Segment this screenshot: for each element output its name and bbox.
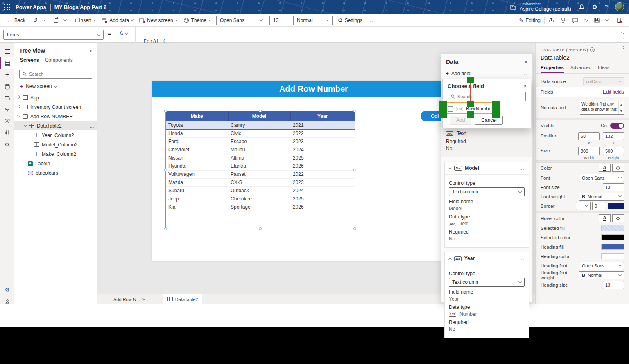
no-data-text-input[interactable]: We didn't find any data to show at this … xyxy=(580,101,624,115)
tree-item-year-column2[interactable]: Year_Column2 xyxy=(14,130,97,140)
save-menu-button[interactable] xyxy=(603,14,611,27)
spin-down-icon[interactable]: ▼ xyxy=(620,110,623,112)
table-row[interactable]: NissanAltima2025 xyxy=(166,154,355,162)
back-button[interactable]: ← Back xyxy=(4,14,28,27)
collapse-chevron-icon[interactable] xyxy=(24,124,27,127)
selected-fill-swatch[interactable] xyxy=(601,225,624,231)
insert-rail-button[interactable]: + xyxy=(0,69,14,81)
heading-size-input[interactable]: 13 xyxy=(603,281,624,289)
tree-item-model-column2[interactable]: Model_Column2 xyxy=(14,140,97,149)
font-weight-dropdown[interactable]: B Normal xyxy=(579,193,624,201)
expand-chevron-icon[interactable] xyxy=(17,95,20,99)
size-height-input[interactable]: 500 xyxy=(603,147,624,155)
tab-properties[interactable]: Properties xyxy=(541,65,564,73)
add-data-button[interactable]: Add data xyxy=(99,14,136,27)
field-card-header[interactable]: Abc Model … xyxy=(445,162,529,175)
heading-font-weight-dropdown[interactable]: B Normal xyxy=(579,271,624,279)
more-commands-button[interactable]: … xyxy=(365,14,376,27)
resize-handle[interactable] xyxy=(164,227,167,230)
comments-button[interactable] xyxy=(569,14,581,27)
table-row[interactable]: KiaSportage2026 xyxy=(166,203,355,211)
power-automate-rail-button[interactable] xyxy=(0,104,14,115)
screen-artboard[interactable]: Add Row Number Make Model Year ToyotaCam… xyxy=(152,81,475,261)
resize-handle[interactable] xyxy=(259,227,262,230)
item-more-icon[interactable]: … xyxy=(89,123,95,129)
fx-button[interactable]: fx xyxy=(120,30,128,37)
settings-gear-icon[interactable]: ⚙ xyxy=(592,4,597,10)
edit-fields-link[interactable]: Edit fields xyxy=(603,89,624,95)
font-size-input[interactable]: 13 xyxy=(603,183,624,191)
fill-color-button[interactable] xyxy=(612,164,624,172)
tree-item-datatable2[interactable]: DataTable2 … xyxy=(14,121,97,130)
tree-view-rail-button[interactable] xyxy=(0,57,14,69)
tree-search-input[interactable] xyxy=(29,72,86,76)
table-row[interactable]: SubaruOutback2024 xyxy=(166,186,355,195)
tree-item-inventory-screen[interactable]: Inventory Count screen xyxy=(14,102,97,112)
resize-handle[interactable] xyxy=(353,110,356,112)
resize-handle[interactable] xyxy=(353,169,356,171)
insert-button[interactable]: + Insert xyxy=(71,14,99,27)
card-more-icon[interactable]: … xyxy=(519,256,525,261)
control-type-dropdown[interactable]: Text column xyxy=(449,187,525,196)
heading-font-dropdown[interactable]: Open Sans xyxy=(579,262,624,270)
collapse-chevron-icon[interactable] xyxy=(17,114,20,117)
rail-settings-button[interactable]: ⚙ xyxy=(0,284,14,295)
app-checker-button[interactable] xyxy=(557,14,569,27)
size-width-input[interactable]: 800 xyxy=(578,147,600,155)
tree-close-icon[interactable]: × xyxy=(89,48,92,54)
preview-play-button[interactable]: ▷ xyxy=(581,14,591,27)
fields-more-icon[interactable]: … xyxy=(522,71,527,76)
table-row[interactable]: HondaCivic2022 xyxy=(166,129,355,137)
tab-screens[interactable]: Screens xyxy=(20,57,39,65)
table-row[interactable]: FordEscape2023 xyxy=(166,137,355,146)
user-avatar[interactable] xyxy=(615,2,624,11)
settings-button[interactable]: ⚙ Settings xyxy=(335,14,365,27)
paste-menu-button[interactable] xyxy=(61,14,69,27)
selected-color-swatch[interactable] xyxy=(601,234,624,240)
resize-handle[interactable] xyxy=(259,110,262,112)
column-header[interactable]: Model xyxy=(228,111,290,121)
tree-item-make-column2[interactable]: Make_Column2 xyxy=(14,149,97,159)
waffle-menu-icon[interactable] xyxy=(4,4,11,11)
hover-fill-color-button[interactable] xyxy=(612,214,624,222)
editing-mode-button[interactable]: ✎ Editing xyxy=(516,14,543,27)
table-row[interactable]: JeepCherokee2025 xyxy=(166,195,355,203)
data-table-control[interactable]: Make Model Year ToyotaCamry2021 HondaCiv… xyxy=(166,111,355,229)
formula-expand-chevron[interactable] xyxy=(621,31,624,34)
paste-button[interactable] xyxy=(51,14,61,27)
resize-handle[interactable] xyxy=(164,110,167,112)
table-row[interactable]: HyundaiElantra2026 xyxy=(166,162,355,170)
tree-item-btncolcars[interactable]: btncolcars xyxy=(14,168,97,178)
border-color-swatch[interactable] xyxy=(608,203,624,209)
font-dropdown[interactable]: Open Sans xyxy=(579,174,624,182)
new-screen-menu[interactable]: + New screen xyxy=(14,81,97,93)
border-width-input[interactable]: 0 xyxy=(592,202,606,210)
save-button[interactable] xyxy=(591,14,603,27)
field-card-header[interactable]: 123 Year … xyxy=(445,252,529,265)
screen-breadcrumb-tab[interactable]: Add Row N... xyxy=(102,294,149,305)
rail-tools-button[interactable] xyxy=(0,296,14,307)
tree-item-app[interactable]: App xyxy=(14,93,97,102)
theme-button[interactable]: Theme xyxy=(181,14,214,27)
undo-button[interactable]: ↺ xyxy=(30,14,41,27)
publish-button[interactable] xyxy=(613,14,625,27)
visible-toggle[interactable] xyxy=(610,123,624,129)
font-size-input[interactable]: 13 xyxy=(269,16,290,25)
card-more-icon[interactable]: … xyxy=(519,165,525,171)
font-family-combo[interactable]: Open Sans xyxy=(216,16,266,25)
hover-text-color-button[interactable]: A xyxy=(599,214,611,222)
control-breadcrumb-tab[interactable]: DataTable2 xyxy=(163,294,203,305)
popup-close-icon[interactable]: × xyxy=(523,83,527,89)
tree-search-box[interactable] xyxy=(19,70,92,79)
field-search-box[interactable] xyxy=(448,92,526,101)
resize-handle[interactable] xyxy=(353,227,356,230)
tab-advanced[interactable]: Advanced xyxy=(570,65,591,73)
collapse-chevron-icon[interactable] xyxy=(448,167,452,170)
table-row[interactable]: VolkswagenPassat2022 xyxy=(166,170,355,178)
search-rail-button[interactable] xyxy=(0,139,14,151)
heading-fill-swatch[interactable] xyxy=(601,244,624,250)
controls-rail-button[interactable] xyxy=(0,126,14,138)
property-selector[interactable]: Items xyxy=(3,30,104,40)
help-icon[interactable]: ? xyxy=(604,4,608,10)
field-search-input[interactable] xyxy=(457,94,519,99)
